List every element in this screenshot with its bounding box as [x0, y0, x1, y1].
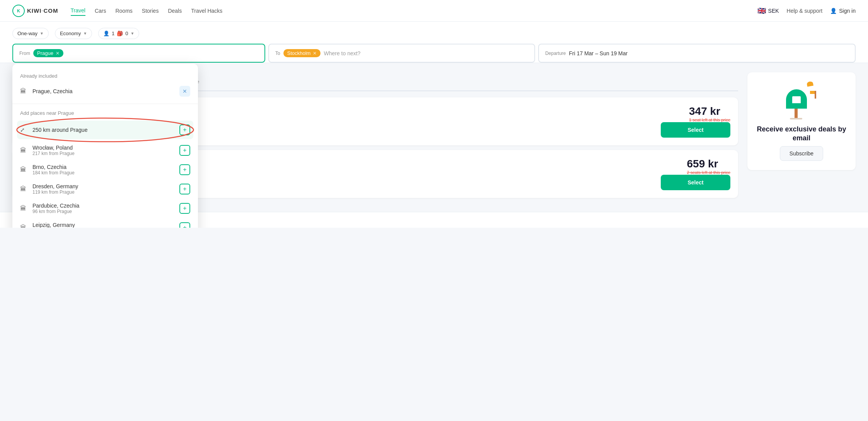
- add-city-button[interactable]: +: [179, 203, 190, 214]
- pardubice-item[interactable]: 🏛 Pardubice, Czechia 96 km from Prague +: [12, 199, 198, 218]
- close-icon[interactable]: ✕: [56, 51, 60, 56]
- search-options: One-way ▼ Economy ▼ 👤 1 🎒 0 ▼: [12, 28, 856, 39]
- price-1: 347 kr: [689, 105, 730, 118]
- mailbox-flag: [810, 91, 815, 94]
- price-col-1: 347 kr 1 seat left at this price Select: [661, 105, 730, 138]
- search-section: One-way ▼ Economy ▼ 👤 1 🎒 0 ▼ From Pragu…: [0, 22, 868, 63]
- bird-icon: [807, 81, 813, 87]
- radius-label: 250 km around Prague: [32, 127, 175, 133]
- sign-in-button[interactable]: 👤 Sign in: [830, 8, 856, 14]
- city-name: Pardubice, Czechia: [32, 203, 175, 209]
- select-button-1[interactable]: Select: [661, 122, 730, 138]
- subscribe-button[interactable]: Subscribe: [780, 146, 823, 161]
- logo-text: KIWI·COM: [27, 7, 58, 14]
- class-dropdown[interactable]: Economy ▼: [55, 28, 92, 39]
- departure-label: Departure: [545, 51, 566, 56]
- nav-travel[interactable]: Travel: [71, 6, 85, 16]
- user-icon: 👤: [830, 8, 837, 14]
- seats-left-2: 2 seats left at this price: [687, 170, 731, 175]
- passengers-dropdown[interactable]: 👤 1 🎒 0 ▼: [98, 28, 139, 39]
- header: K KIWI·COM Travel Cars Rooms Stories Dea…: [0, 0, 868, 22]
- leipzig-item[interactable]: 🏛 Leipzig, Germany 202 km from Prague +: [12, 218, 198, 228]
- bag-icon: 🎒: [117, 31, 123, 36]
- city-icon: 🏛: [20, 166, 28, 173]
- add-city-button[interactable]: +: [179, 222, 190, 228]
- dresden-item[interactable]: 🏛 Dresden, Germany 119 km from Prague +: [12, 179, 198, 199]
- city-icon: 🏛: [20, 186, 28, 193]
- trip-type-dropdown[interactable]: One-way ▼: [12, 28, 49, 39]
- radius-item[interactable]: ⤢ 250 km around Prague +: [17, 121, 193, 139]
- chevron-down-icon: ▼: [131, 31, 135, 36]
- to-field[interactable]: To Stockholm ✕ Where to next?: [268, 44, 535, 63]
- mailbox-flag-pole: [815, 91, 816, 99]
- city-distance: 217 km from Prague: [32, 151, 175, 156]
- city-name: Leipzig, Germany: [32, 222, 175, 228]
- to-placeholder: Where to next?: [324, 50, 360, 56]
- help-link[interactable]: Help & support: [787, 8, 823, 14]
- already-included-label: Already included: [12, 70, 198, 82]
- promo-title: Receive exclusive deals by email: [757, 125, 846, 143]
- price-col-2: 659 kr 2 seats left at this price Select: [661, 158, 730, 190]
- flag-icon: 🇬🇧: [757, 7, 766, 15]
- from-label: From: [19, 51, 30, 56]
- currency-label: SEK: [768, 8, 779, 14]
- expand-icon: ⤢: [20, 127, 28, 133]
- city-icon: 🏛: [20, 88, 28, 95]
- city-icon: 🏛: [20, 205, 28, 212]
- bags-count: 0: [125, 31, 128, 36]
- add-places-label: Add places near Prague: [12, 107, 198, 119]
- to-tag[interactable]: Stockholm ✕: [283, 49, 321, 57]
- brno-item[interactable]: 🏛 Brno, Czechia 184 km from Prague +: [12, 160, 198, 179]
- city-distance: 119 km from Prague: [32, 189, 175, 195]
- add-city-button[interactable]: +: [179, 184, 190, 194]
- mailbox-illustration: [782, 82, 821, 120]
- from-tag[interactable]: Prague ✕: [33, 49, 63, 57]
- nav-stories[interactable]: Stories: [142, 6, 159, 15]
- location-dropdown: Already included 🏛 Prague, Czechia ✕ Add…: [12, 64, 198, 228]
- city-name: Prague, Czechia: [32, 88, 175, 94]
- city-name: Wrocław, Poland: [32, 145, 175, 151]
- to-label: To: [275, 51, 280, 56]
- nav: Travel Cars Rooms Stories Deals Travel H…: [71, 6, 745, 16]
- nav-cars[interactable]: Cars: [95, 6, 106, 15]
- header-right: 🇬🇧 SEK Help & support 👤 Sign in: [757, 7, 856, 15]
- trip-type-label: One-way: [17, 31, 38, 36]
- seats-left-1: 1 seat left at this price: [689, 118, 730, 122]
- logo-icon: K: [12, 5, 25, 17]
- departure-field[interactable]: Departure Fri 17 Mar – Sun 19 Mar: [538, 44, 856, 63]
- from-field[interactable]: From Prague ✕: [12, 44, 265, 63]
- add-city-button[interactable]: +: [179, 164, 190, 175]
- mailbox-base: [790, 118, 802, 119]
- search-row: From Prague ✕ Already included 🏛 Prague,…: [12, 44, 856, 63]
- to-value: Stockholm: [287, 50, 311, 56]
- mailbox-door: [792, 96, 801, 103]
- nav-travel-hacks[interactable]: Travel Hacks: [191, 6, 222, 15]
- city-name: Brno, Czechia: [32, 164, 175, 170]
- select-button-2[interactable]: Select: [661, 175, 730, 190]
- add-radius-button[interactable]: +: [179, 124, 190, 135]
- nav-rooms[interactable]: Rooms: [115, 6, 132, 15]
- chevron-down-icon: ▼: [40, 31, 44, 36]
- from-value: Prague: [37, 50, 53, 56]
- sidebar: Receive exclusive deals by email Subscri…: [747, 72, 856, 203]
- class-label: Economy: [60, 31, 81, 36]
- price-2: 659 kr: [687, 158, 731, 170]
- city-icon: 🏛: [20, 147, 28, 154]
- city-name: Dresden, Germany: [32, 183, 175, 189]
- close-icon[interactable]: ✕: [313, 51, 317, 56]
- city-distance: 184 km from Prague: [32, 170, 175, 176]
- remove-city-button[interactable]: ✕: [179, 86, 190, 97]
- chevron-down-icon: ▼: [83, 31, 87, 36]
- passengers-count: 1: [112, 31, 114, 36]
- logo[interactable]: K KIWI·COM: [12, 5, 58, 17]
- prague-czechia-item[interactable]: 🏛 Prague, Czechia ✕: [12, 82, 198, 101]
- departure-value: Fri 17 Mar – Sun 19 Mar: [569, 50, 628, 56]
- currency-selector[interactable]: 🇬🇧 SEK: [757, 7, 779, 15]
- mailbox-top: [786, 89, 807, 103]
- wroclaw-item[interactable]: 🏛 Wrocław, Poland 217 km from Prague +: [12, 141, 198, 160]
- promo-card: Receive exclusive deals by email Subscri…: [747, 72, 856, 170]
- city-icon: 🏛: [20, 224, 28, 228]
- city-distance: 96 km from Prague: [32, 209, 175, 214]
- nav-deals[interactable]: Deals: [168, 6, 182, 15]
- add-city-button[interactable]: +: [179, 145, 190, 156]
